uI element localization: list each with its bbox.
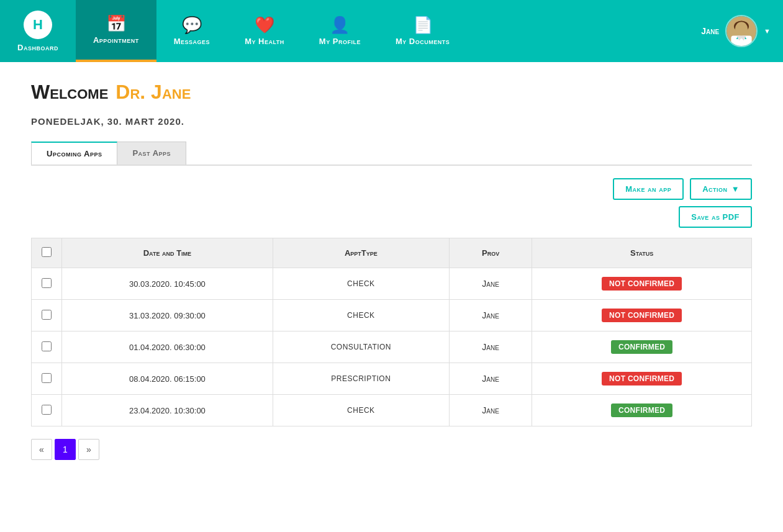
row-checkbox-2[interactable] [42, 341, 52, 351]
save-pdf-row: Save as PDF [31, 206, 752, 228]
row-appttype-1: check [273, 300, 449, 331]
row-status-0: Not confirmed [532, 268, 752, 300]
nav-item-messages[interactable]: 💬 Messages [156, 0, 227, 62]
nav-item-myprofile[interactable]: 👤 My Profile [302, 0, 378, 62]
row-prov-0: Jane [449, 268, 532, 300]
pagination-page-1[interactable]: 1 [55, 439, 76, 460]
row-datetime-0: 30.03.2020. 10:45:00 [62, 268, 273, 300]
main-nav: H Dashboard 📅 Appointment 💬 Messages ❤️ … [0, 0, 783, 62]
nav-item-mydocuments[interactable]: 📄 My Documents [378, 0, 467, 62]
status-badge-4: Confirmed [611, 404, 672, 417]
make-app-button[interactable]: Make an app [613, 178, 684, 200]
welcome-name: Dr. Jane [115, 81, 191, 104]
row-status-2: Confirmed [532, 331, 752, 363]
nav-label-dashboard: Dashboard [17, 43, 58, 52]
col-header-checkbox [32, 238, 62, 268]
save-pdf-button[interactable]: Save as PDF [679, 206, 752, 228]
row-appttype-2: consultation [273, 331, 449, 363]
user-dropdown-arrow: ▼ [764, 27, 771, 35]
row-checkbox-3[interactable] [42, 373, 52, 383]
action-dropdown-arrow: ▼ [731, 184, 740, 194]
row-status-1: Not confirmed [532, 300, 752, 331]
row-datetime-2: 01.04.2020. 06:30:00 [62, 331, 273, 363]
table-row: 30.03.2020. 10:45:00checkJaneNot confirm… [32, 268, 752, 300]
user-menu[interactable]: Jane ▼ [689, 0, 783, 62]
nav-item-appointment[interactable]: 📅 Appointment [76, 0, 156, 62]
row-prov-4: Jane [449, 395, 532, 426]
row-prov-2: Jane [449, 331, 532, 363]
row-prov-3: Jane [449, 363, 532, 395]
status-badge-1: Not confirmed [602, 309, 682, 322]
welcome-line: Welcome Dr. Jane [31, 81, 752, 104]
row-appttype-4: check [273, 395, 449, 426]
row-checkbox-1[interactable] [42, 310, 52, 320]
table-row: 31.03.2020. 09:30:00checkJaneNot confirm… [32, 300, 752, 331]
appointments-table: Date and Time ApptType Prov Status 30.03… [31, 238, 752, 426]
pagination: « 1 » [31, 439, 752, 460]
nav-item-myhealth[interactable]: ❤️ My Health [227, 0, 302, 62]
select-all-checkbox[interactable] [42, 247, 52, 257]
pagination-next[interactable]: » [78, 439, 99, 460]
action-buttons-row: Make an app Action ▼ [31, 178, 752, 200]
svg-point-3 [735, 22, 748, 35]
table-row: 23.04.2020. 10:30:00checkJaneConfirmed [32, 395, 752, 426]
nav-label-messages: Messages [174, 37, 210, 46]
current-date: ponedeljak, 30. mart 2020. [31, 116, 752, 127]
col-header-status: Status [532, 238, 752, 268]
welcome-text: Welcome [31, 81, 108, 104]
table-header-row: Date and Time ApptType Prov Status [32, 238, 752, 268]
nav-label-appointment: Appointment [93, 35, 139, 45]
col-header-appttype: ApptType [273, 238, 449, 268]
status-badge-3: Not confirmed [602, 372, 682, 385]
row-checkbox-0[interactable] [42, 278, 52, 288]
row-datetime-3: 08.04.2020. 06:15:00 [62, 363, 273, 395]
tab-upcoming[interactable]: Upcoming Apps [31, 142, 117, 165]
nav-label-myhealth: My Health [245, 37, 284, 46]
avatar [725, 15, 758, 47]
tab-past[interactable]: Past Apps [117, 142, 186, 165]
nav-label-mydocuments: My Documents [396, 37, 450, 46]
tab-bar: Upcoming Apps Past Apps [31, 142, 752, 166]
col-header-datetime: Date and Time [62, 238, 273, 268]
messages-icon: 💬 [182, 17, 202, 33]
row-status-4: Confirmed [532, 395, 752, 426]
row-appttype-0: check [273, 268, 449, 300]
mydocuments-icon: 📄 [413, 17, 433, 33]
myprofile-icon: 👤 [330, 17, 350, 33]
row-appttype-3: prescription [273, 363, 449, 395]
row-prov-1: Jane [449, 300, 532, 331]
user-name: Jane [701, 26, 719, 36]
table-row: 01.04.2020. 06:30:00consultationJaneConf… [32, 331, 752, 363]
logo: H [24, 11, 52, 39]
status-badge-0: Not confirmed [602, 277, 682, 291]
myhealth-icon: ❤️ [255, 17, 274, 33]
row-checkbox-4[interactable] [42, 405, 52, 415]
row-status-3: Not confirmed [532, 363, 752, 395]
col-header-prov: Prov [449, 238, 532, 268]
row-datetime-1: 31.03.2020. 09:30:00 [62, 300, 273, 331]
nav-label-myprofile: My Profile [319, 37, 361, 46]
nav-item-dashboard[interactable]: H Dashboard [0, 0, 76, 62]
appointment-icon: 📅 [106, 16, 126, 32]
table-row: 08.04.2020. 06:15:00prescriptionJaneNot … [32, 363, 752, 395]
pagination-prev[interactable]: « [31, 439, 52, 460]
row-datetime-4: 23.04.2020. 10:30:00 [62, 395, 273, 426]
status-badge-2: Confirmed [611, 340, 672, 354]
action-dropdown-button[interactable]: Action ▼ [690, 178, 752, 200]
main-content: Welcome Dr. Jane ponedeljak, 30. mart 20… [0, 62, 783, 532]
